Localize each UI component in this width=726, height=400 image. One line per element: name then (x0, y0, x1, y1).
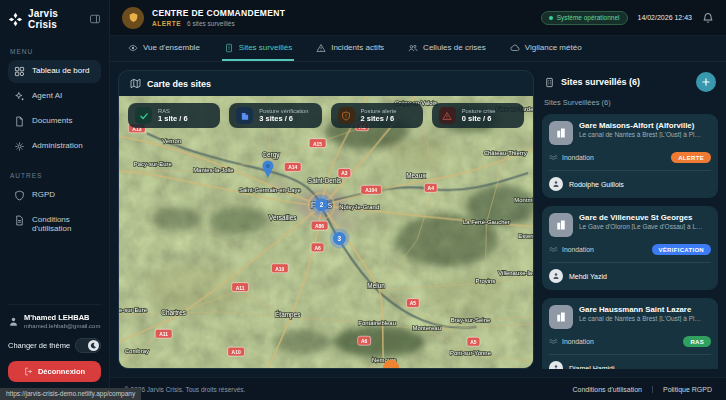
theme-toggle[interactable] (75, 338, 101, 353)
map-city-label: Chartres (161, 309, 186, 316)
svg-text:A14: A14 (288, 165, 297, 170)
site-card[interactable]: Gare Maisons-Alfort (Alforville) Le cana… (542, 114, 718, 198)
map-city-label: Fontainebleau (358, 320, 396, 326)
topbar: CENTRE DE COMMANDEMENT ALERTE 6 sites su… (110, 0, 726, 36)
svg-text:A104: A104 (365, 188, 377, 193)
map-city-label: Cergy (262, 151, 280, 159)
site-status-badge: RAS (683, 336, 711, 347)
road-badge: A11 (155, 329, 172, 338)
user-profile[interactable]: M'hamed LEHBAB mhamed.lehbab@gmail.com (8, 304, 101, 329)
browser-status-url: https://jarvis-crisis-demo.netlify.app/c… (0, 388, 141, 400)
building-icon (224, 43, 234, 53)
bell-icon[interactable] (702, 12, 714, 24)
sidebar-item-rgpd[interactable]: RGPD (8, 184, 101, 207)
logout-button[interactable]: Déconnexion (8, 361, 101, 382)
map-cluster-marker[interactable]: 2 (312, 195, 332, 215)
wave-icon (549, 153, 558, 162)
station-building-icon (549, 213, 573, 237)
site-card[interactable]: Gare de Villeneuve St Georges Le Gave d'… (542, 206, 718, 290)
road-badge: A104 (361, 185, 382, 194)
logout-label: Déconnexion (38, 367, 85, 376)
risk-label: Inondation (562, 154, 594, 161)
site-desc: Le canal de Nantes à Brest [L'Oust] à Pl… (579, 315, 703, 322)
sidebar: Jarvis Crisis MENU Tableau de bord Agent… (0, 0, 110, 400)
status-value: 2 sites / 6 (361, 114, 397, 123)
tab-vue-densemble[interactable]: Vue d'ensemble (126, 36, 202, 61)
site-card[interactable]: Gare Haussmann Saint Lazare Le canal de … (542, 298, 718, 369)
map-status-verification: Posture vérification 3 sites / 6 (229, 103, 321, 128)
sidebar-collapse-icon[interactable] (89, 13, 101, 25)
map-card: Carte des sites (118, 70, 534, 369)
sidebar-item-label: Agent AI (32, 91, 62, 100)
sidebar-item-documents[interactable]: Documents (8, 110, 101, 133)
eye-icon (128, 43, 138, 53)
theme-toggle-label: Changer de thème (8, 341, 70, 350)
map-city-label: Saint-Denis (308, 177, 341, 184)
sites-panel-title: Sites surveillés (6) (561, 77, 690, 87)
add-site-button[interactable] (696, 72, 716, 92)
svg-text:A11: A11 (236, 286, 245, 291)
map-cluster-marker[interactable]: 3 (329, 229, 349, 249)
map-status-ras: RAS 1 site / 6 (128, 103, 220, 128)
status-dot (549, 16, 553, 20)
map-icon (130, 78, 141, 89)
road-badge: A4 (424, 183, 437, 192)
dashboard-grid-icon (14, 66, 25, 77)
tabbar: Vue d'ensemble Sites surveillés Incident… (110, 36, 726, 62)
site-name: Gare Maisons-Alfort (Alforville) (579, 121, 703, 131)
road-badge: A86 (311, 221, 328, 230)
shield-alert-icon (338, 107, 355, 124)
tab-vigilance-meteo[interactable]: Vigilance météo (508, 36, 584, 61)
sidebar-item-conditions[interactable]: Conditions d'utilisation (8, 209, 101, 239)
map-city-label: Versailles (269, 214, 297, 221)
wave-icon (549, 337, 558, 346)
map-city-label: Château-Thierry (484, 150, 527, 156)
brand-name: Jarvis Crisis (28, 8, 84, 30)
sidebar-item-agent-ai[interactable]: Agent AI (8, 85, 101, 108)
map-canvas[interactable]: A13A15A14A1A3A104A4A86A6A10A11A11A10A5A6… (119, 96, 533, 368)
svg-text:A15: A15 (313, 142, 322, 147)
check-icon (135, 107, 152, 124)
map-city-label: Provins (475, 278, 495, 284)
sidebar-item-tableau-de-bord[interactable]: Tableau de bord (8, 60, 101, 83)
command-shield-badge (122, 7, 144, 29)
map-status-alerte: Posture alerte 2 sites / 6 (331, 103, 423, 128)
map-city-label: Noisy-le-Grand (339, 204, 379, 210)
svg-text:A6: A6 (314, 246, 321, 251)
system-status-badge: Système opérationnel (541, 11, 628, 25)
user-name: M'hamed LEHBAB (24, 313, 100, 323)
tab-incidents-actifs[interactable]: Incidents actifs (314, 36, 386, 61)
avatar (549, 269, 563, 283)
sidebar-item-administration[interactable]: Administration (8, 135, 101, 158)
warning-triangle-icon (316, 43, 326, 53)
map-city-label: La Ferté-Gaucher (463, 219, 510, 225)
footer-link-conditions[interactable]: Conditions d'utilisation (573, 386, 642, 393)
footer-link-rgpd[interactable]: Politique RGPD (652, 386, 712, 393)
svg-text:A6: A6 (361, 339, 368, 344)
svg-text:A11: A11 (159, 332, 168, 337)
map-city-label: Meaux (406, 172, 426, 179)
logout-icon (24, 367, 33, 376)
cloud-icon (510, 43, 520, 53)
road-badge: A5 (467, 337, 480, 346)
moon-icon (90, 342, 97, 349)
site-contact-name: Djamel Hamidi (569, 365, 615, 370)
wave-icon (549, 245, 558, 254)
road-badge: A10 (228, 347, 245, 356)
road-badge: A14 (284, 163, 301, 172)
sidebar-item-label: Administration (32, 141, 83, 150)
tab-sites-surveilles[interactable]: Sites surveillés (222, 36, 294, 61)
tab-cellules-de-crises[interactable]: Cellules de crises (406, 36, 488, 61)
plus-icon (701, 77, 711, 87)
datetime: 14/02/2026 12:43 (638, 14, 693, 21)
shield-icon (14, 190, 25, 201)
status-value: 1 site / 6 (158, 114, 188, 123)
logo-row: Jarvis Crisis (8, 8, 101, 30)
avatar (549, 177, 563, 191)
satellite-map[interactable]: A13A15A14A1A3A104A4A86A6A10A11A11A10A5A6… (119, 96, 533, 368)
map-city-label: e-sur-Eure (119, 307, 148, 313)
svg-text:A10: A10 (232, 350, 241, 355)
road-badge: A15 (309, 139, 326, 148)
svg-text:A10: A10 (275, 267, 284, 272)
document-icon (14, 116, 25, 127)
